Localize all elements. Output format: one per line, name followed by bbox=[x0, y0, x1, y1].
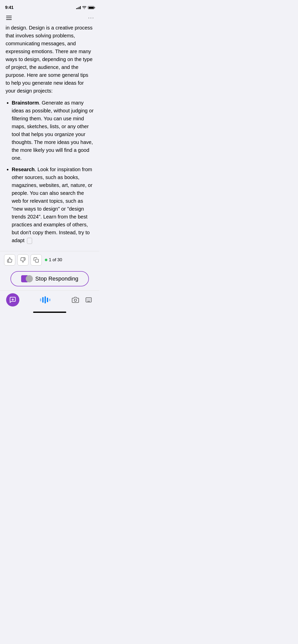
top-nav: ··· bbox=[0, 13, 99, 24]
wave-bar-5 bbox=[49, 299, 50, 301]
home-indicator bbox=[0, 310, 99, 314]
copy-button[interactable] bbox=[31, 254, 42, 266]
bullet-text-2: . Look for inspiration from other source… bbox=[12, 167, 92, 243]
count-label: 1 of 30 bbox=[49, 257, 62, 262]
bottom-nav bbox=[0, 290, 99, 310]
wifi-icon bbox=[82, 6, 86, 9]
status-dot bbox=[45, 259, 47, 261]
list-item: Research. Look for inspiration from othe… bbox=[12, 166, 94, 244]
status-bar: 9:41 bbox=[0, 0, 99, 13]
wave-bar-3 bbox=[45, 296, 46, 303]
thumbs-down-button[interactable] bbox=[17, 254, 29, 266]
new-chat-button[interactable] bbox=[6, 293, 19, 306]
response-count: 1 of 30 bbox=[45, 257, 62, 262]
status-icons bbox=[76, 6, 94, 9]
more-options-button[interactable]: ··· bbox=[88, 15, 94, 21]
battery-icon bbox=[88, 6, 94, 9]
keyboard-button[interactable] bbox=[84, 295, 93, 304]
stop-btn-label: Stop Responding bbox=[35, 275, 78, 282]
menu-button[interactable] bbox=[5, 15, 13, 21]
content-area: in design. Design is a creative process … bbox=[0, 24, 99, 251]
bullet-term-1: Brainstorm bbox=[12, 100, 39, 106]
stop-responding-button[interactable]: Stop Responding bbox=[10, 271, 89, 286]
bullet-text-1: . Generate as many ideas as possible, wi… bbox=[12, 100, 93, 161]
status-time: 9:41 bbox=[5, 5, 13, 10]
bullet-term-2: Research bbox=[12, 167, 35, 172]
stop-circle-icon bbox=[26, 275, 33, 282]
thumbs-up-button[interactable] bbox=[4, 254, 15, 266]
toolbar-row: 1 of 30 bbox=[0, 251, 99, 269]
camera-button[interactable] bbox=[71, 295, 80, 304]
intro-paragraph: in design. Design is a creative process … bbox=[6, 24, 94, 95]
svg-point-3 bbox=[74, 299, 76, 301]
list-item: Brainstorm. Generate as many ideas as po… bbox=[12, 99, 94, 162]
bullet-list: Brainstorm. Generate as many ideas as po… bbox=[6, 99, 94, 244]
wave-bar-1 bbox=[40, 298, 41, 301]
svg-rect-0 bbox=[35, 259, 38, 262]
voice-wave-indicator bbox=[40, 296, 50, 304]
stop-btn-row: Stop Responding bbox=[0, 269, 99, 290]
signal-icon bbox=[76, 6, 81, 9]
wave-bar-2 bbox=[42, 297, 44, 303]
home-bar bbox=[33, 312, 66, 313]
wave-bar-4 bbox=[47, 298, 48, 302]
